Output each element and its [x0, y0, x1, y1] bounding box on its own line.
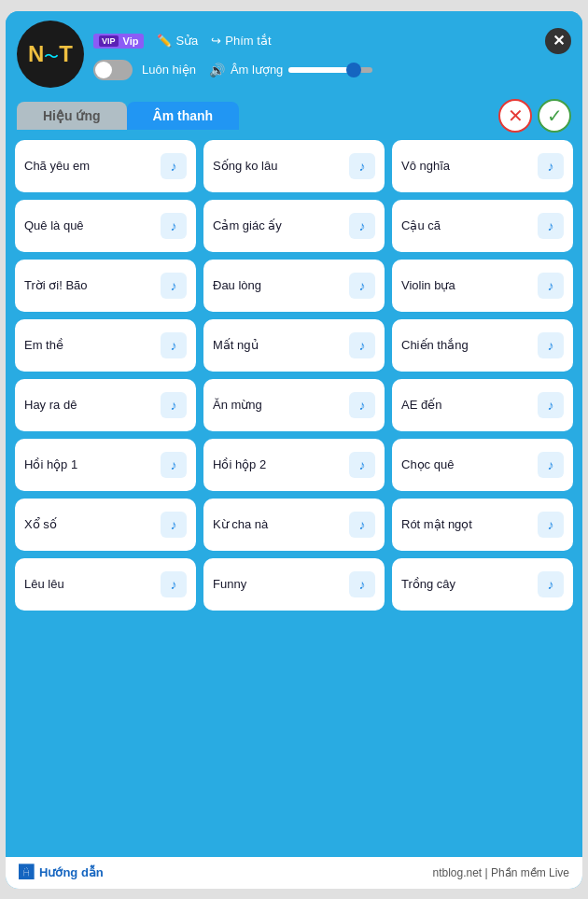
music-note-icon: ♪ [548, 278, 554, 293]
music-note-icon: ♪ [171, 577, 177, 592]
shortcut-button[interactable]: ↪ Phím tắt [211, 34, 271, 48]
play-sound-button[interactable]: ♪ [349, 153, 375, 179]
sound-name: Hay ra dê [24, 398, 161, 412]
sound-name: Funny [213, 577, 349, 591]
sound-name: Trồng cây [401, 577, 538, 591]
music-note-icon: ♪ [171, 517, 177, 532]
sound-cell[interactable]: AE đến♪ [392, 379, 573, 431]
sound-cell[interactable]: Vô nghĩa♪ [392, 140, 573, 192]
sound-cell[interactable]: Hồi hộp 1♪ [15, 439, 196, 491]
shortcut-label: Phím tắt [225, 34, 271, 48]
sound-name: Trời ơi! Bão [24, 278, 161, 292]
cancel-button[interactable]: ✕ [498, 99, 532, 133]
always-show-label: Luôn hiện [142, 63, 196, 77]
sound-cell[interactable]: Em thề♪ [15, 319, 196, 372]
volume-icon: 🔊 [209, 63, 225, 77]
edit-label: Sửa [175, 34, 198, 48]
sound-cell[interactable]: Chiến thắng♪ [392, 319, 573, 372]
play-sound-button[interactable]: ♪ [349, 452, 375, 478]
play-sound-button[interactable]: ♪ [538, 571, 564, 597]
sound-cell[interactable]: Hồi hộp 2♪ [203, 439, 385, 491]
sound-cell[interactable]: Ăn mừng♪ [203, 379, 385, 431]
sound-cell[interactable]: Chọc quê♪ [392, 439, 573, 491]
play-sound-button[interactable]: ♪ [538, 332, 564, 358]
sound-cell[interactable]: Cảm giác ấy♪ [203, 200, 385, 252]
always-show-toggle[interactable] [93, 60, 133, 80]
music-note-icon: ♪ [359, 398, 366, 413]
play-sound-button[interactable]: ♪ [349, 512, 375, 538]
music-note-icon: ♪ [548, 517, 554, 532]
play-sound-button[interactable]: ♪ [161, 512, 187, 538]
sound-name: Xổ số [24, 517, 161, 531]
play-sound-button[interactable]: ♪ [349, 273, 375, 299]
edit-button[interactable]: ✏️ Sửa [157, 34, 198, 48]
sound-cell[interactable]: Đau lòng♪ [203, 260, 385, 312]
sound-cell[interactable]: Lêu lêu♪ [15, 558, 196, 611]
tab-am-thanh[interactable]: Âm thanh [127, 102, 240, 130]
play-sound-button[interactable]: ♪ [349, 392, 375, 418]
sound-cell[interactable]: Hay ra dê♪ [15, 379, 196, 431]
sound-name: Vô nghĩa [401, 159, 538, 173]
music-note-icon: ♪ [359, 278, 366, 293]
confirm-button[interactable]: ✓ [538, 99, 571, 133]
sound-cell[interactable]: Xổ số♪ [15, 499, 196, 551]
sound-name: Cậu cã [401, 218, 538, 232]
sound-name: Lêu lêu [24, 577, 161, 591]
sound-cell[interactable]: Violin bựa♪ [392, 260, 573, 312]
volume-bar[interactable] [288, 67, 372, 73]
guide-link[interactable]: 🅰 Hướng dẫn [19, 864, 104, 881]
close-button[interactable]: ✕ [545, 28, 571, 54]
sound-cell[interactable]: Quê là quê♪ [15, 200, 196, 252]
tab-hieu-ung[interactable]: Hiệu ứng [17, 102, 127, 130]
music-note-icon: ♪ [548, 577, 554, 592]
vip-tag: VIP [99, 35, 119, 47]
play-sound-button[interactable]: ♪ [538, 392, 564, 418]
sound-cell[interactable]: Kừ cha nà♪ [203, 499, 385, 551]
sound-cell[interactable]: Rót mật ngọt♪ [392, 499, 573, 551]
sound-name: Hồi hộp 1 [24, 457, 161, 471]
sound-cell[interactable]: Cậu cã♪ [392, 200, 573, 252]
sound-grid-container: Chã yêu em♪Sống ko lâu♪Vô nghĩa♪Quê là q… [6, 133, 582, 857]
music-note-icon: ♪ [171, 159, 177, 174]
sound-name: Chiến thắng [401, 338, 538, 352]
sound-cell[interactable]: Sống ko lâu♪ [203, 140, 385, 192]
play-sound-button[interactable]: ♪ [161, 332, 187, 358]
sound-cell[interactable]: Mất ngủ♪ [203, 319, 385, 372]
play-sound-button[interactable]: ♪ [538, 213, 564, 239]
sound-cell[interactable]: Chã yêu em♪ [15, 140, 196, 192]
sound-cell[interactable]: Funny♪ [203, 558, 385, 611]
sound-name: Chã yêu em [24, 159, 161, 173]
play-sound-button[interactable]: ♪ [349, 213, 375, 239]
play-sound-button[interactable]: ♪ [538, 512, 564, 538]
sound-name: Đau lòng [213, 278, 349, 292]
volume-knob[interactable] [346, 63, 361, 77]
music-note-icon: ♪ [359, 457, 366, 472]
play-sound-button[interactable]: ♪ [161, 153, 187, 179]
tab-icons: ✕ ✓ [498, 99, 571, 133]
sound-cell[interactable]: Trời ơi! Bão♪ [15, 260, 196, 312]
play-sound-button[interactable]: ♪ [161, 273, 187, 299]
music-note-icon: ♪ [359, 218, 366, 233]
header-bottom-row: Luôn hiện 🔊 Âm lượng [93, 60, 571, 80]
play-sound-button[interactable]: ♪ [161, 392, 187, 418]
sound-name: Rót mật ngọt [401, 517, 538, 531]
tabs-area: Hiệu ứng Âm thanh ✕ ✓ [6, 93, 582, 133]
play-sound-button[interactable]: ♪ [349, 332, 375, 358]
music-note-icon: ♪ [548, 159, 554, 174]
music-note-icon: ♪ [548, 398, 554, 413]
vip-label: Vip [123, 35, 139, 47]
vip-badge[interactable]: VIP Vip [93, 34, 144, 49]
sound-name: Mất ngủ [213, 338, 349, 352]
music-note-icon: ♪ [171, 338, 177, 353]
play-sound-button[interactable]: ♪ [161, 213, 187, 239]
play-sound-button[interactable]: ♪ [161, 571, 187, 597]
play-sound-button[interactable]: ♪ [538, 452, 564, 478]
play-sound-button[interactable]: ♪ [538, 153, 564, 179]
header-controls: VIP Vip ✏️ Sửa ↪ Phím tắt ✕ Luôn hiện 🔊 [93, 28, 571, 80]
play-sound-button[interactable]: ♪ [538, 273, 564, 299]
music-note-icon: ♪ [359, 517, 366, 532]
play-sound-button[interactable]: ♪ [161, 452, 187, 478]
sound-cell[interactable]: Trồng cây♪ [392, 558, 573, 611]
play-sound-button[interactable]: ♪ [349, 571, 375, 597]
music-note-icon: ♪ [171, 278, 177, 293]
